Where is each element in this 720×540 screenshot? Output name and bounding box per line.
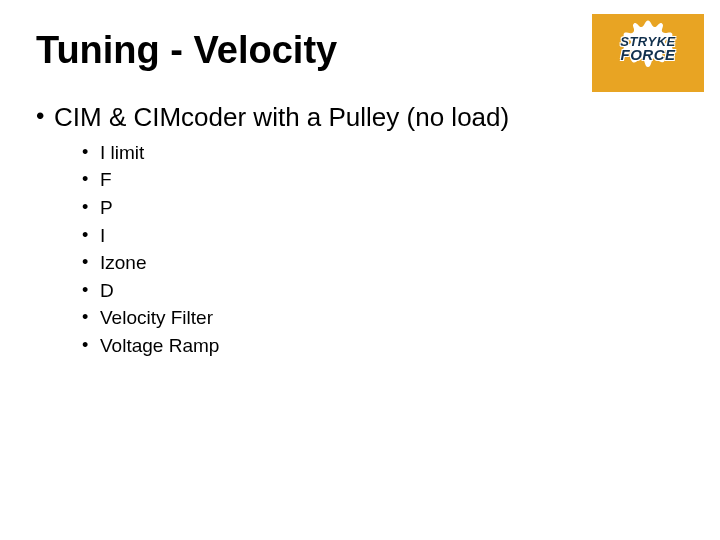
list-item: P — [82, 194, 684, 222]
slide-title: Tuning - Velocity — [36, 30, 684, 72]
list-item-text: Velocity Filter — [100, 307, 213, 328]
list-item-text: I — [100, 225, 105, 246]
list-item-text: Izone — [100, 252, 146, 273]
list-item: I limit — [82, 139, 684, 167]
logo-text: STRYKE FORCE — [592, 36, 704, 63]
list-item: I — [82, 222, 684, 250]
team-logo: STRYKE FORCE — [592, 14, 704, 92]
list-item-text: D — [100, 280, 114, 301]
list-item: CIM & CIMcoder with a Pulley (no load) I… — [36, 100, 684, 359]
bullet-list-level2: I limit F P I Izone D Velocity Filter Vo… — [54, 139, 684, 359]
bullet-list-level1: CIM & CIMcoder with a Pulley (no load) I… — [36, 100, 684, 359]
logo-line2: FORCE — [592, 48, 704, 62]
list-item-text: Voltage Ramp — [100, 335, 219, 356]
list-item-text: P — [100, 197, 113, 218]
list-item: Velocity Filter — [82, 304, 684, 332]
list-item: Voltage Ramp — [82, 332, 684, 360]
slide: STRYKE FORCE Tuning - Velocity CIM & CIM… — [0, 0, 720, 540]
list-item-text: F — [100, 169, 112, 190]
list-item-text: I limit — [100, 142, 144, 163]
list-item: D — [82, 277, 684, 305]
list-item: Izone — [82, 249, 684, 277]
list-item: F — [82, 166, 684, 194]
list-item-text: CIM & CIMcoder with a Pulley (no load) — [54, 102, 509, 132]
